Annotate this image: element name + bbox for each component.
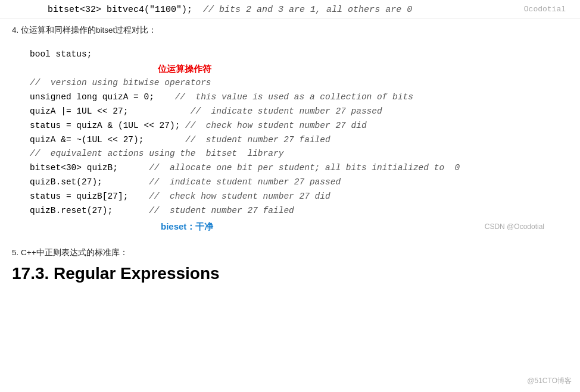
blue-annotation: bieset：干净	[161, 219, 213, 234]
code-line-7: // equivalent actions using the bitset l…	[30, 147, 562, 161]
code-line-10: status = quizB[27]; // check how student…	[30, 190, 562, 204]
code-line-4: quizA |= 1UL << 27; // indicate student …	[30, 105, 562, 119]
page-container: bitset<32> bitvec4("1100"); // bits 2 an…	[0, 0, 580, 392]
code-line-2: // version using bitwise operators	[30, 76, 562, 90]
top-watermark: Ocodotial	[524, 5, 566, 14]
51cto-watermark: @51CTO博客	[527, 376, 572, 386]
code-line-6: quizA &= ~(1UL << 27); // student number…	[30, 133, 562, 148]
code-block: bool status; 位运算操作符 // version using bit…	[12, 43, 568, 239]
code-line-8: bitset<30> quizB; // allocate one bit pe…	[30, 161, 562, 175]
top-code-text: bitset<32> bitvec4("1100");	[48, 5, 192, 15]
annotation-row: bieset：干净 CSDN @Ocodotial	[30, 219, 562, 234]
code-line-11: quizB.reset(27); // student number 27 fa…	[30, 204, 562, 218]
top-code-line: bitset<32> bitvec4("1100"); // bits 2 an…	[0, 0, 580, 19]
section4-label: 4. 位运算和同样操作的bitset过程对比：	[0, 19, 580, 39]
top-code-comment: // bits 2 and 3 are 1, all others are 0	[198, 5, 412, 15]
csdn-watermark: CSDN @Ocodotial	[485, 221, 544, 233]
code-line-1: bool status; 位运算操作符	[30, 48, 562, 76]
section5-heading: 17.3. Regular Expressions	[0, 262, 580, 289]
red-annotation-inline: 位运算操作符	[158, 62, 211, 77]
code-line-9: quizB.set(27); // indicate student numbe…	[30, 175, 562, 190]
code-line-5: status = quizA & (1UL << 27); // check h…	[30, 119, 562, 133]
section5-label: 5. C++中正则表达式的标准库：	[0, 239, 580, 262]
code-line-3: unsigned long quizA = 0; // this value i…	[30, 90, 562, 105]
